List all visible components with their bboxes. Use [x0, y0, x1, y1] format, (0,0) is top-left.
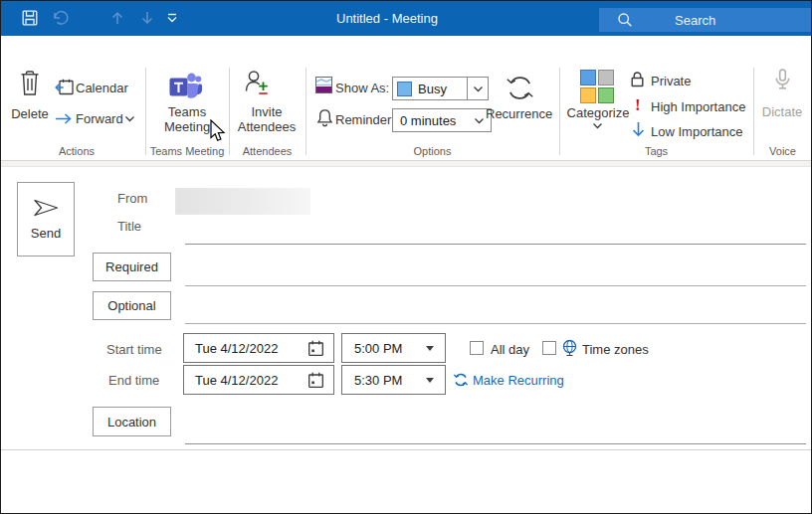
location-input[interactable]: [185, 423, 806, 444]
all-day-label: All day: [491, 342, 529, 357]
ribbon: Delete Calendar Forward Act: [0, 64, 812, 160]
title-input[interactable]: [185, 223, 806, 245]
reminder-bell-icon: [316, 108, 333, 127]
optional-label: Optional: [107, 298, 155, 313]
end-time-label: End time: [108, 373, 159, 388]
high-importance-icon[interactable]: !: [635, 95, 641, 115]
dictate-microphone-icon[interactable]: [774, 69, 791, 90]
time-zones-checkbox[interactable]: [542, 341, 556, 355]
make-recurring-icon[interactable]: [453, 372, 469, 388]
location-button[interactable]: Location: [93, 407, 171, 436]
delete-icon[interactable]: [19, 70, 41, 96]
forward-icon[interactable]: [55, 112, 73, 125]
show-as-dropdown[interactable]: Busy: [392, 77, 489, 100]
invite-attendees-icon[interactable]: [244, 69, 270, 96]
from-value-redacted: [175, 188, 310, 215]
make-recurring-button[interactable]: Make Recurring: [473, 373, 564, 388]
recurrence-button[interactable]: Recurrence: [486, 106, 552, 121]
optional-button[interactable]: Optional: [93, 291, 171, 320]
save-icon[interactable]: [22, 10, 38, 26]
title-bar: Untitled - Meeting Search: [0, 0, 812, 36]
calendar-picker-icon[interactable]: [307, 340, 324, 357]
calendar-picker-icon[interactable]: [307, 372, 324, 389]
start-time-dropdown[interactable]: 5:00 PM: [341, 333, 446, 363]
high-importance-button[interactable]: High Importance: [651, 99, 745, 114]
categorize-button[interactable]: Categorize: [559, 105, 637, 120]
chevron-down-icon[interactable]: [124, 114, 135, 123]
undo-icon[interactable]: [52, 10, 69, 26]
chevron-down-icon[interactable]: [474, 116, 485, 125]
required-button[interactable]: Required: [93, 253, 171, 281]
meeting-window: Untitled - Meeting Search File Appointme…: [0, 0, 812, 514]
body-divider: [0, 449, 812, 450]
optional-attendees-input[interactable]: [185, 302, 806, 324]
group-separator: [305, 68, 306, 155]
start-time-label: Start time: [106, 342, 162, 357]
invite-attendees-button-line2[interactable]: Attendees: [233, 119, 301, 134]
move-up-icon[interactable]: [109, 10, 125, 26]
search-icon: [617, 12, 633, 28]
dropdown-arrow-icon[interactable]: [426, 346, 434, 351]
time-zones-label: Time zones: [582, 342, 649, 357]
voice-group-label: Voice: [753, 145, 812, 157]
move-down-icon[interactable]: [139, 10, 155, 26]
teams-meeting-icon[interactable]: [169, 71, 202, 100]
customize-quick-access-icon[interactable]: [166, 13, 178, 24]
low-importance-button[interactable]: Low Importance: [651, 124, 743, 139]
from-label: From: [117, 191, 147, 206]
start-date-picker[interactable]: Tue 4/12/2022: [183, 333, 334, 363]
start-date-value: Tue 4/12/2022: [195, 341, 278, 356]
start-time-value: 5:00 PM: [354, 341, 402, 356]
search-placeholder: Search: [675, 13, 715, 28]
required-attendees-input[interactable]: [185, 264, 806, 286]
send-button[interactable]: Send: [17, 182, 75, 257]
dictate-button[interactable]: Dictate: [758, 104, 806, 119]
invite-attendees-button[interactable]: Invite: [233, 104, 301, 119]
group-separator: [229, 68, 230, 155]
recurrence-icon[interactable]: [505, 73, 535, 103]
end-date-value: Tue 4/12/2022: [195, 373, 278, 388]
search-input[interactable]: Search: [599, 8, 812, 32]
private-button[interactable]: Private: [651, 74, 691, 88]
low-importance-icon[interactable]: [631, 121, 646, 137]
title-label: Title: [117, 219, 141, 234]
calendar-icon[interactable]: [55, 79, 74, 95]
show-as-value: Busy: [418, 82, 447, 96]
teams-meeting-group-label: Teams Meeting: [145, 145, 229, 157]
end-time-value: 5:30 PM: [354, 373, 402, 388]
group-separator: [145, 68, 146, 155]
group-separator: [753, 68, 754, 155]
chevron-down-icon[interactable]: [467, 78, 488, 99]
private-lock-icon[interactable]: [630, 71, 645, 87]
forward-button[interactable]: Forward: [76, 111, 123, 126]
reminder-value: 0 minutes: [400, 113, 456, 128]
send-icon: [32, 198, 60, 218]
tags-group-label: Tags: [559, 145, 753, 157]
ribbon-tabs: File Appointment Scheduling Assistant In…: [0, 36, 812, 64]
show-as-icon: [315, 77, 332, 93]
busy-color-swatch: [397, 82, 412, 96]
categorize-icon[interactable]: [580, 70, 614, 103]
required-label: Required: [105, 259, 158, 274]
end-time-dropdown[interactable]: 5:30 PM: [341, 365, 446, 395]
globe-icon: [561, 339, 578, 357]
window-title: Untitled - Meeting: [336, 11, 438, 26]
end-date-picker[interactable]: Tue 4/12/2022: [183, 365, 334, 395]
actions-group-label: Actions: [8, 145, 145, 157]
calendar-button[interactable]: Calendar: [76, 81, 128, 95]
send-label: Send: [31, 226, 61, 241]
reminder-dropdown[interactable]: 0 minutes: [392, 108, 492, 132]
delete-button[interactable]: Delete: [8, 106, 52, 121]
options-group-label: Options: [305, 145, 559, 157]
teams-meeting-button[interactable]: Teams: [149, 104, 225, 119]
attendees-group-label: Attendees: [229, 145, 305, 157]
dropdown-arrow-icon[interactable]: [426, 378, 434, 383]
show-as-label: Show As:: [335, 81, 389, 95]
ribbon-bottom-band: [0, 160, 812, 167]
location-label: Location: [107, 415, 156, 429]
all-day-checkbox[interactable]: [470, 341, 484, 355]
mouse-cursor: [210, 119, 227, 144]
reminder-label: Reminder:: [335, 112, 395, 127]
chevron-down-icon[interactable]: [592, 121, 603, 130]
